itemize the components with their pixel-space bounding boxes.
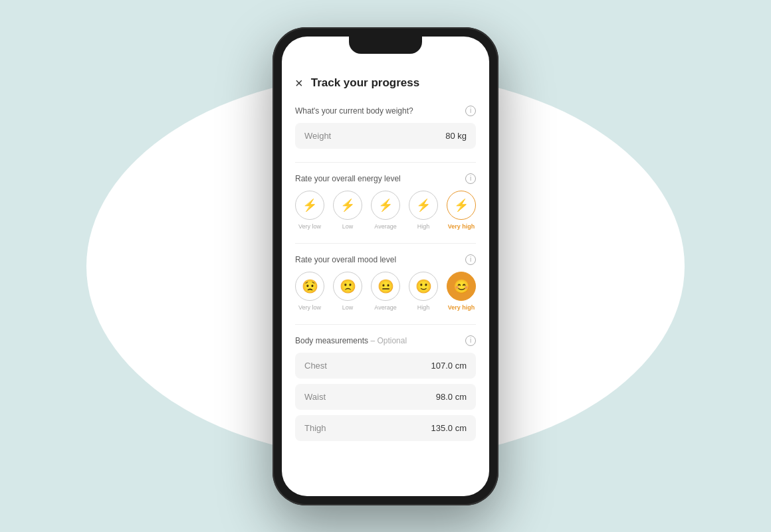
energy-very-high[interactable]: ⚡ Very high [447,191,476,230]
mood-average-label: Average [374,304,396,311]
energy-low-label: Low [342,223,354,230]
measurements-title: Body measurements – Optional [295,336,407,345]
waist-field[interactable]: Waist 98.0 cm [295,384,476,410]
screen-content: × Track your progress What's your curren… [282,37,489,496]
mood-average-circle: 😐 [371,272,400,301]
weight-section: What's your current body weight? i Weigh… [295,106,476,149]
energy-high-circle: ⚡ [409,191,438,220]
mood-section: Rate your overall mood level i 😟 Very lo… [295,254,476,311]
mood-rating-row: 😟 Very low 🙁 Low 😐 Average [295,272,476,311]
energy-average-label: Average [374,223,396,230]
measurements-section-label: Body measurements – Optional i [295,335,476,346]
divider-2 [295,243,476,244]
energy-high-label: High [417,223,430,230]
mood-info-icon[interactable]: i [465,254,476,265]
mood-very-low[interactable]: 😟 Very low [295,272,324,311]
mood-section-label: Rate your overall mood level i [295,254,476,265]
energy-section: Rate your overall energy level i ⚡ Very … [295,173,476,230]
energy-title: Rate your overall energy level [295,174,401,183]
mood-title: Rate your overall mood level [295,255,396,264]
weight-question: What's your current body weight? [295,106,413,116]
energy-low[interactable]: ⚡ Low [333,191,362,230]
divider-3 [295,324,476,325]
mood-very-low-label: Very low [298,304,321,311]
weight-section-label: What's your current body weight? i [295,106,476,116]
chest-label: Chest [304,361,327,371]
energy-very-high-circle: ⚡ [447,191,476,220]
weight-info-icon[interactable]: i [465,106,476,116]
close-button[interactable]: × [295,76,303,90]
weight-value: 80 kg [445,131,467,141]
thigh-label: Thigh [304,423,326,433]
phone: × Track your progress What's your curren… [273,27,498,505]
energy-section-label: Rate your overall energy level i [295,173,476,184]
mood-high-circle: 🙂 [409,272,438,301]
mood-very-high-label: Very high [448,304,475,311]
mood-low[interactable]: 🙁 Low [333,272,362,311]
energy-rating-row: ⚡ Very low ⚡ Low ⚡ Average [295,191,476,230]
page-header: × Track your progress [295,76,476,90]
mood-low-label: Low [342,304,354,311]
phone-wrapper: × Track your progress What's your curren… [273,27,498,505]
energy-info-icon[interactable]: i [465,173,476,184]
measurements-info-icon[interactable]: i [465,335,476,346]
chest-value: 107.0 cm [431,361,467,371]
mood-high[interactable]: 🙂 High [409,272,438,311]
page-title: Track your progress [311,76,419,90]
thigh-value: 135.0 cm [431,423,467,433]
energy-very-low-circle: ⚡ [295,191,324,220]
weight-label: Weight [304,131,331,141]
mood-very-high[interactable]: 😊 Very high [447,272,476,311]
waist-label: Waist [304,392,326,402]
chest-field[interactable]: Chest 107.0 cm [295,353,476,379]
phone-screen: × Track your progress What's your curren… [282,37,489,496]
energy-average-circle: ⚡ [371,191,400,220]
mood-low-circle: 🙁 [333,272,362,301]
energy-very-low-label: Very low [298,223,321,230]
divider-1 [295,162,476,163]
thigh-field[interactable]: Thigh 135.0 cm [295,415,476,441]
mood-average[interactable]: 😐 Average [371,272,400,311]
energy-average[interactable]: ⚡ Average [371,191,400,230]
measurements-section: Body measurements – Optional i Chest 107… [295,335,476,441]
energy-low-circle: ⚡ [333,191,362,220]
energy-very-low[interactable]: ⚡ Very low [295,191,324,230]
waist-value: 98.0 cm [436,392,467,402]
phone-notch [349,37,422,54]
optional-label: – Optional [370,336,407,345]
mood-very-high-circle: 😊 [447,272,476,301]
energy-very-high-label: Very high [448,223,475,230]
weight-input-field[interactable]: Weight 80 kg [295,123,476,149]
mood-high-label: High [417,304,430,311]
energy-high[interactable]: ⚡ High [409,191,438,230]
mood-very-low-circle: 😟 [295,272,324,301]
